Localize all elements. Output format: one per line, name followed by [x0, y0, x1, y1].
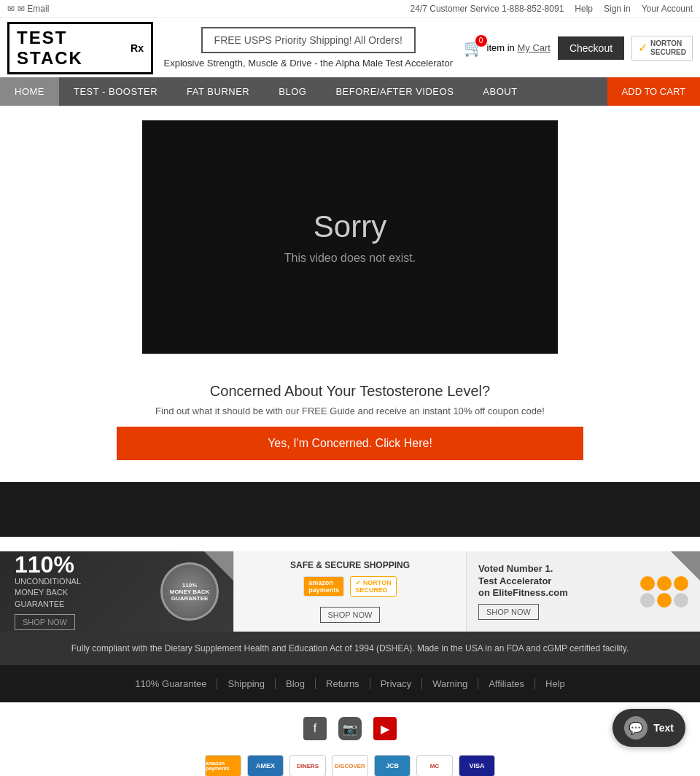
visa-icon: VISA [459, 755, 495, 776]
footer-links: 110% Guarantee Shipping Blog Returns Pri… [0, 678, 700, 689]
discover-icon: DISCOVER [332, 755, 368, 776]
guarantee-box: 110% UNCONDITIONAL MONEY BACK GUARANTEE … [0, 551, 233, 632]
cart-items-label: item in My Cart [487, 42, 551, 53]
nav-item-add-to-cart[interactable]: ADD TO CART [607, 77, 700, 106]
header-center: FREE USPS Priority Shipping! All Orders!… [153, 27, 464, 69]
guarantee-line3: GUARANTEE [15, 599, 81, 610]
norton-label: NORTON SECURED [650, 39, 686, 57]
mastercard-icon: MC [416, 755, 453, 776]
nav-item-test-booster[interactable]: TEST - BOOSTER [59, 77, 172, 106]
video-player: Sorry This video does not exist. [142, 120, 558, 354]
amazon-payments-logo: amazonpayments [303, 576, 344, 597]
nav-item-home[interactable]: HOME [0, 77, 59, 106]
voted-shop-btn[interactable]: SHOP NOW [478, 604, 539, 620]
compliance-label: Fully compliant with the Dietary Supplem… [71, 643, 629, 653]
header: TEST STACK Rx FREE USPS Priority Shippin… [0, 18, 700, 77]
cta-button[interactable]: Yes, I'm Concerned. Click Here! [117, 427, 583, 460]
footer-link-guarantee[interactable]: 110% Guarantee [125, 678, 217, 689]
cta-subtitle: Find out what it should be with our FREE… [0, 406, 700, 416]
email-icon: ✉ [7, 4, 15, 14]
email-label[interactable]: ✉ Email [18, 4, 49, 14]
secure-box: SAFE & SECURE SHOPPING amazonpayments ✓ … [233, 551, 467, 632]
cta-section: Concerned About Your Testosterone Level?… [0, 368, 700, 467]
nav-item-fat-burner[interactable]: FAT BURNER [172, 77, 264, 106]
nav-item-blog[interactable]: BLOG [264, 77, 321, 106]
logo-rx: Rx [131, 42, 144, 54]
guarantee-line2: MONEY BACK [15, 587, 81, 598]
signin-link[interactable]: Sign in [604, 4, 631, 14]
norton-check-icon: ✓ [638, 41, 648, 55]
facebook-icon[interactable]: f [303, 717, 327, 740]
voted-text: Voted Number 1. Test Accelerator on Elit… [478, 563, 568, 621]
nav-item-about[interactable]: ABOUT [468, 77, 532, 106]
guarantee-seal: 110% MONEY BACK GUARANTEE [160, 562, 219, 621]
guarantee-pct: 110% [15, 553, 81, 576]
cart-icon: 🛒 0 [464, 39, 483, 58]
payment-icons: amazon payments AMEX DINERS DISCOVER JCB… [0, 748, 700, 776]
amex-icon: AMEX [247, 755, 284, 776]
cart-badge: 0 [475, 35, 487, 47]
jcb-icon: JCB [374, 755, 411, 776]
customer-service-text: 24/7 Customer Service 1-888-852-8091 [411, 4, 564, 14]
voted-line3: on EliteFitness.com [478, 587, 568, 600]
secure-title: SAFE & SECURE SHOPPING [290, 560, 410, 570]
instagram-icon[interactable]: 📷 [338, 717, 362, 740]
footer-link-returns[interactable]: Returns [316, 678, 370, 689]
help-link[interactable]: Help [575, 4, 593, 14]
nav-item-before-after[interactable]: BEFORE/AFTER VIDEOS [321, 77, 468, 106]
footer-link-privacy[interactable]: Privacy [370, 678, 423, 689]
voted-line2: Test Accelerator [478, 575, 568, 588]
guarantee-shop-btn[interactable]: SHOP NOW [15, 614, 75, 630]
elite-fitness-logo [640, 576, 688, 608]
my-cart-link[interactable]: My Cart [517, 42, 551, 53]
chat-button[interactable]: 💬 Text [612, 709, 685, 747]
footer-link-affiliates[interactable]: Affiliates [478, 678, 535, 689]
chat-bubble-icon: 💬 [624, 716, 648, 740]
header-right: 🛒 0 item in My Cart Checkout ✓ NORTON SE… [464, 36, 693, 61]
cta-title: Concerned About Your Testosterone Level? [0, 383, 700, 400]
footer-link-warning[interactable]: Warning [422, 678, 478, 689]
chat-label: Text [653, 722, 674, 734]
banner-strip [0, 482, 700, 537]
social-area: f 📷 ▶ [0, 702, 700, 748]
voted-line1: Voted Number 1. [478, 563, 568, 575]
footer-link-blog[interactable]: Blog [276, 678, 316, 689]
compliance-text: Fully compliant with the Dietary Supplem… [0, 632, 700, 665]
footer-link-help[interactable]: Help [535, 678, 575, 689]
footer-link-shipping[interactable]: Shipping [217, 678, 276, 689]
feature-boxes: 110% UNCONDITIONAL MONEY BACK GUARANTEE … [0, 551, 700, 632]
norton-badge: ✓ NORTON SECURED [631, 36, 693, 61]
shipping-button[interactable]: FREE USPS Priority Shipping! All Orders! [201, 27, 416, 53]
amazon-pay-icon: amazon payments [205, 755, 241, 776]
video-sorry-text: Sorry [314, 209, 386, 244]
top-bar: ✉ ✉ Email 24/7 Customer Service 1-888-85… [0, 0, 700, 18]
account-link[interactable]: Your Account [642, 4, 693, 14]
youtube-icon[interactable]: ▶ [373, 717, 397, 740]
video-error-message: This video does not exist. [284, 252, 416, 265]
top-bar-right: 24/7 Customer Service 1-888-852-8091 Hel… [411, 4, 693, 14]
footer-nav: 110% Guarantee Shipping Blog Returns Pri… [0, 665, 700, 702]
navigation: HOME TEST - BOOSTER FAT BURNER BLOG BEFO… [0, 77, 700, 106]
tagline: Explosive Strength, Muscle & Drive - the… [153, 58, 464, 69]
checkout-button[interactable]: Checkout [558, 36, 624, 60]
cart-area[interactable]: 🛒 0 item in My Cart [464, 39, 551, 58]
norton-logo: ✓ NORTONSECURED [350, 576, 396, 597]
logo: TEST STACK Rx [7, 24, 153, 71]
secure-shop-btn[interactable]: SHOP NOW [320, 607, 381, 623]
voted-box: Voted Number 1. Test Accelerator on Elit… [467, 551, 700, 632]
diners-icon: DINERS [289, 755, 326, 776]
logo-text: TEST STACK [17, 28, 129, 69]
guarantee-text: 110% UNCONDITIONAL MONEY BACK GUARANTEE … [15, 553, 81, 630]
payment-logos: amazonpayments ✓ NORTONSECURED [303, 576, 396, 597]
guarantee-line1: UNCONDITIONAL [15, 576, 81, 587]
email-link[interactable]: ✉ ✉ Email [7, 4, 49, 14]
